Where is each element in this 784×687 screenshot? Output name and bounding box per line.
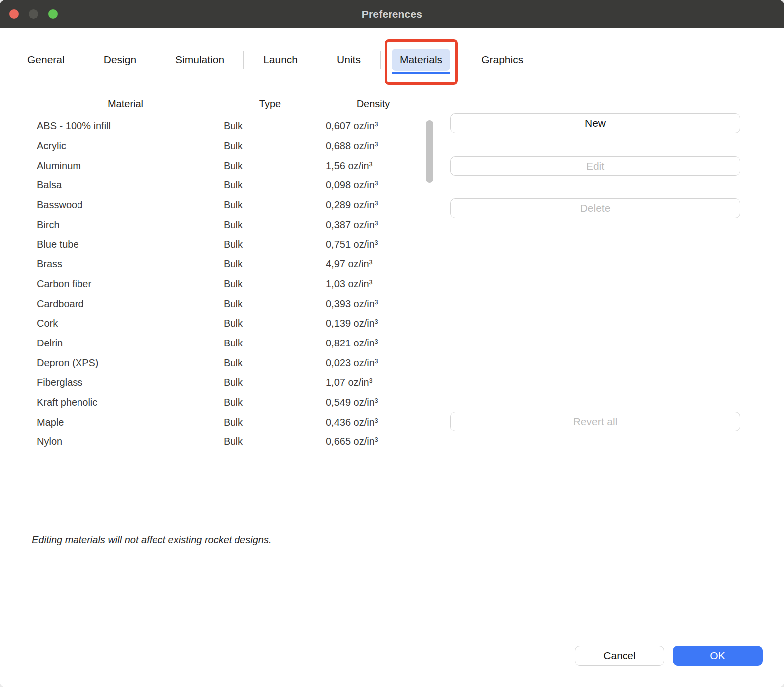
material-cell: ABS - 100% infill — [32, 120, 219, 132]
type-cell: Bulk — [219, 397, 321, 408]
column-header-density[interactable]: Density — [321, 92, 425, 116]
type-cell: Bulk — [219, 258, 321, 270]
materials-table: MaterialTypeDensity ABS - 100% infillBul… — [32, 92, 436, 451]
delete-button[interactable]: Delete — [450, 198, 740, 218]
tab-label: Graphics — [481, 54, 523, 65]
density-cell: 0,393 oz/in³ — [321, 298, 425, 310]
type-cell: Bulk — [219, 357, 321, 369]
type-cell: Bulk — [219, 298, 321, 310]
tab-separator — [156, 51, 156, 69]
material-cell: Depron (XPS) — [32, 357, 219, 369]
density-cell: 0,436 oz/in³ — [321, 417, 425, 428]
tab-label: Materials — [400, 54, 442, 65]
table-row[interactable]: AcrylicBulk0,688 oz/in³ — [32, 136, 436, 156]
density-cell: 0,387 oz/in³ — [321, 219, 425, 231]
tab-bar: GeneralDesignSimulationLaunchUnitsMateri… — [16, 47, 768, 73]
window-title: Preferences — [362, 8, 422, 20]
material-cell: Carbon fiber — [32, 278, 219, 290]
materials-note: Editing materials will not affect existi… — [32, 534, 271, 546]
density-cell: 0,665 oz/in³ — [321, 436, 425, 447]
tab-separator — [243, 51, 244, 69]
tab-separator — [317, 51, 317, 69]
vertical-scrollbar-thumb[interactable] — [426, 120, 433, 183]
material-cell: Delrin — [32, 338, 219, 349]
material-cell: Basswood — [32, 199, 219, 211]
table-row[interactable]: BirchBulk0,387 oz/in³ — [32, 215, 436, 235]
table-row[interactable]: CorkBulk0,139 oz/in³ — [32, 314, 436, 334]
density-cell: 0,549 oz/in³ — [321, 397, 425, 408]
tab-label: Design — [104, 54, 136, 65]
density-cell: 0,751 oz/in³ — [321, 239, 425, 250]
tab-separator — [380, 51, 381, 69]
table-row[interactable]: FiberglassBulk1,07 oz/in³ — [32, 373, 436, 393]
titlebar: Preferences — [0, 0, 784, 28]
table-row[interactable]: BasswoodBulk0,289 oz/in³ — [32, 195, 436, 215]
material-cell: Blue tube — [32, 239, 219, 250]
table-body: ABS - 100% infillBulk0,607 oz/in³Acrylic… — [32, 116, 436, 451]
edit-button[interactable]: Edit — [450, 156, 740, 176]
density-cell: 1,07 oz/in³ — [321, 377, 425, 388]
table-row[interactable]: MapleBulk0,436 oz/in³ — [32, 412, 436, 432]
density-cell: 0,688 oz/in³ — [321, 140, 425, 152]
type-cell: Bulk — [219, 239, 321, 250]
table-row[interactable]: BrassBulk4,97 oz/in³ — [32, 255, 436, 274]
tab-launch[interactable]: Launch — [255, 49, 306, 71]
table-row[interactable]: Blue tubeBulk0,751 oz/in³ — [32, 235, 436, 255]
type-cell: Bulk — [219, 436, 321, 447]
type-cell: Bulk — [219, 140, 321, 152]
material-cell: Cardboard — [32, 298, 219, 310]
table-row[interactable]: Carbon fiberBulk1,03 oz/in³ — [32, 274, 436, 294]
preferences-window: Preferences GeneralDesignSimulationLaunc… — [0, 0, 784, 687]
tab-separator — [84, 51, 84, 69]
cancel-button[interactable]: Cancel — [575, 646, 664, 666]
material-cell: Aluminum — [32, 160, 219, 172]
column-header-material[interactable]: Material — [32, 92, 219, 116]
type-cell: Bulk — [219, 179, 321, 191]
tab-separator — [462, 51, 462, 69]
tab-active-underline — [392, 72, 450, 74]
density-cell: 0,023 oz/in³ — [321, 357, 425, 369]
traffic-lights — [9, 0, 58, 28]
table-row[interactable]: NylonBulk0,665 oz/in³ — [32, 432, 436, 451]
table-row[interactable]: Kraft phenolicBulk0,549 oz/in³ — [32, 393, 436, 413]
type-cell: Bulk — [219, 199, 321, 211]
type-cell: Bulk — [219, 120, 321, 132]
material-cell: Kraft phenolic — [32, 397, 219, 408]
tab-materials[interactable]: Materials — [392, 49, 450, 71]
ok-button[interactable]: OK — [673, 646, 763, 666]
table-row[interactable]: BalsaBulk0,098 oz/in³ — [32, 175, 436, 195]
tab-design[interactable]: Design — [96, 49, 144, 71]
close-button[interactable] — [9, 9, 19, 19]
column-header-type[interactable]: Type — [219, 92, 321, 116]
tab-graphics[interactable]: Graphics — [473, 49, 531, 71]
table-row[interactable]: Depron (XPS)Bulk0,023 oz/in³ — [32, 353, 436, 373]
tab-label: General — [27, 54, 65, 65]
new-button[interactable]: New — [450, 113, 740, 133]
density-cell: 0,098 oz/in³ — [321, 179, 425, 191]
tab-units[interactable]: Units — [329, 49, 369, 71]
material-cell: Acrylic — [32, 140, 219, 152]
type-cell: Bulk — [219, 377, 321, 388]
tab-label: Launch — [263, 54, 298, 65]
type-cell: Bulk — [219, 219, 321, 231]
density-cell: 0,607 oz/in³ — [321, 120, 425, 132]
tab-general[interactable]: General — [19, 49, 73, 71]
type-cell: Bulk — [219, 278, 321, 290]
material-cell: Nylon — [32, 436, 219, 447]
minimize-button[interactable] — [29, 9, 38, 19]
zoom-button[interactable] — [48, 9, 58, 19]
density-cell: 0,289 oz/in³ — [321, 199, 425, 211]
type-cell: Bulk — [219, 160, 321, 172]
material-cell: Brass — [32, 258, 219, 270]
table-row[interactable]: DelrinBulk0,821 oz/in³ — [32, 334, 436, 353]
density-cell: 0,821 oz/in³ — [321, 338, 425, 349]
revert-all-button[interactable]: Revert all — [450, 412, 740, 431]
tab-simulation[interactable]: Simulation — [167, 49, 232, 71]
material-cell: Cork — [32, 318, 219, 329]
table-row[interactable]: ABS - 100% infillBulk0,607 oz/in³ — [32, 116, 436, 136]
density-cell: 1,03 oz/in³ — [321, 278, 425, 290]
table-row[interactable]: AluminumBulk1,56 oz/in³ — [32, 156, 436, 175]
table-row[interactable]: CardboardBulk0,393 oz/in³ — [32, 294, 436, 314]
density-cell: 4,97 oz/in³ — [321, 258, 425, 270]
table-header-row: MaterialTypeDensity — [32, 92, 436, 116]
